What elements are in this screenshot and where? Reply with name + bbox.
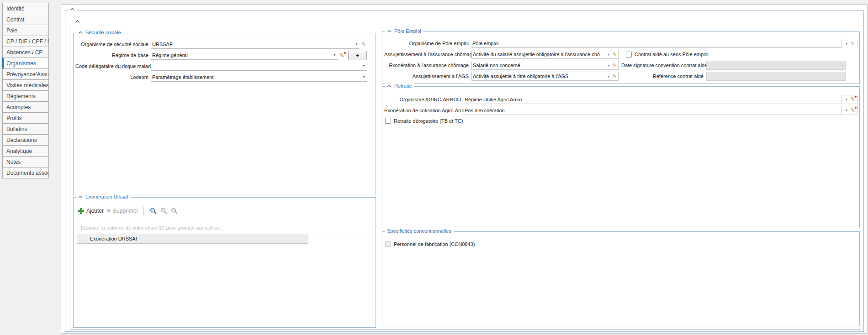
collapse-pole-emploi-icon[interactable]: [387, 30, 392, 33]
outer-group-header: [68, 7, 77, 11]
sidebar-item-notes[interactable]: Notes: [2, 156, 49, 168]
collapse-inner-icon[interactable]: [75, 20, 80, 23]
personnel-fabrication-checkbox-label: Personnel de fabrication (CCN0843): [394, 241, 475, 247]
sidebar-item-contrat[interactable]: Contrat: [2, 14, 49, 25]
exoneration-chomage-edit-icon[interactable]: ✎: [612, 63, 617, 68]
grid-header-row: Exonération URSSAF: [77, 234, 372, 244]
field-row-exoneration-agirc: Exonération de cotisation Agirc-Arrco Pa…: [384, 105, 857, 115]
contrat-aide-checkbox[interactable]: [626, 52, 632, 58]
organisme-ss-value[interactable]: URSSAF: [151, 42, 354, 47]
collapse-securite-sociale-icon[interactable]: [78, 31, 83, 34]
regime-base-add-button[interactable]: +: [348, 51, 367, 60]
organisme-ss-combo[interactable]: URSSAF ▼: [151, 40, 360, 49]
organisme-agirc-edit-icon[interactable]: ✎: [850, 96, 855, 102]
group-retraite: Retraite Organisme AGIRC-ARRCO Régime Un…: [382, 86, 860, 228]
organisme-agirc-value[interactable]: Régime Unifié Agirc Arrco: [464, 97, 841, 102]
date-signature-dropdown-icon: ▼: [839, 64, 845, 67]
field-row-code-delegataire: Code délégataire du risque maladie ▼: [75, 61, 374, 71]
sidebar-item-bulletins[interactable]: Bulletins: [2, 123, 49, 135]
organisme-ss-edit-icon[interactable]: ✎: [361, 42, 366, 47]
group-exoneration-urssaf-header: Exonération Urssaf: [76, 194, 131, 199]
lodeom-dropdown-icon[interactable]: ▼: [361, 75, 367, 79]
sidebar-item-acomptes[interactable]: Acomptes: [2, 101, 49, 113]
field-row-lodeom: Lodeom Paramétrage établissement ▼: [75, 72, 374, 82]
retraite-derogatoire-checkbox-label: Retraite dérogatoire (TB et TC): [394, 118, 463, 124]
regime-base-dropdown-icon[interactable]: ▼: [332, 53, 338, 57]
ajouter-button[interactable]: Ajouter: [78, 208, 104, 215]
sidebar-item-declarations[interactable]: Déclarations: [2, 134, 49, 146]
regime-base-combo[interactable]: Régime général ▼: [151, 51, 338, 60]
assujettissement-chomage-combo[interactable]: Activité du salarié assujettie obligatoi…: [471, 50, 619, 59]
exoneration-chomage-label: Exonération à l'assurance chômage: [384, 63, 469, 68]
sidebar-item-prevoyance-assurance[interactable]: Prévoyance/Assurance: [2, 68, 49, 80]
supprimer-button[interactable]: ✕ Supprimer: [106, 208, 138, 214]
assujettissement-ags-combo[interactable]: Activité assujettie à titre obligatoire …: [471, 72, 619, 81]
date-signature-field-disabled: ▼: [706, 61, 846, 70]
field-row-assujettissement-ags: Assujettissement à l'AGS Activité assuje…: [384, 71, 857, 81]
collapse-retraite-icon[interactable]: [387, 84, 392, 88]
collapse-outer-icon[interactable]: [70, 7, 75, 11]
code-delegataire-label: Code délégataire du risque maladie: [75, 63, 148, 69]
regime-base-value[interactable]: Régime général: [151, 52, 332, 58]
grid-empty-area[interactable]: [77, 244, 372, 325]
assujettissement-chomage-value[interactable]: Activité du salarié assujettie obligatoi…: [473, 52, 605, 57]
group-pole-emploi: Pôle Emploi Organisme de Pôle-emploi Pôl…: [382, 31, 860, 84]
assujettissement-ags-value[interactable]: Activité assujettie à titre obligatoire …: [473, 73, 605, 79]
sidebar-item-cp-dif-cpf-rtt[interactable]: CP / DIF / CPF / RTT: [2, 36, 49, 47]
reference-contrat-field-disabled: [706, 72, 846, 81]
code-delegataire-dropdown-icon[interactable]: ▼: [361, 64, 367, 68]
assujettissement-ags-dropdown-icon[interactable]: ▼: [605, 75, 611, 78]
organisme-ss-dropdown-icon[interactable]: ▼: [354, 42, 360, 46]
code-delegataire-combo[interactable]: ▼: [151, 62, 367, 71]
regime-base-edit-icon[interactable]: ✎: [339, 52, 344, 58]
sidebar-item-analytique[interactable]: Analytique: [2, 145, 49, 157]
organisme-ss-label: Organisme de sécurité sociale: [75, 42, 148, 47]
assujettissement-chomage-label: Assujettissement à l'assurance chômage: [384, 52, 469, 57]
group-pole-emploi-header: Pôle Emploi: [385, 28, 423, 34]
assujettissement-chomage-edit-icon[interactable]: ✎: [612, 52, 617, 58]
sidebar-item-documents-associes[interactable]: Documents associés: [2, 167, 49, 178]
search-disabled-icon: [170, 207, 178, 215]
assujettissement-ags-edit-icon[interactable]: ✎: [612, 73, 617, 79]
date-signature-label: Date signature convention contrat aidé: [621, 63, 704, 68]
lodeom-combo[interactable]: Paramétrage établissement ▼: [151, 73, 367, 82]
exoneration-agirc-combo[interactable]: Pas d'exonération ▼ ✎: [464, 106, 857, 115]
sidebar-item-identite[interactable]: Identité: [2, 3, 49, 14]
field-row-organisme-pe: Organisme de Pôle-emploi Pôle emploi ▼ ✎: [384, 38, 857, 48]
grid-column-header-exoneration-urssaf[interactable]: Exonération URSSAF: [87, 234, 308, 244]
grid-groupby-bar[interactable]: Déposer la colonne de votre choix ICI po…: [77, 222, 372, 234]
sidebar-item-visites-medicales[interactable]: Visites médicales: [2, 79, 49, 91]
assujettissement-chomage-dropdown-icon[interactable]: ▼: [605, 53, 611, 56]
exoneration-chomage-combo[interactable]: Salarié non concerné ▼ ✎: [471, 61, 619, 70]
search-icon[interactable]: [149, 207, 157, 215]
retraite-derogatoire-checkbox-row: Retraite dérogatoire (TB et TC): [385, 118, 857, 124]
group-securite-sociale: Sécurité sociale Organisme de sécurité s…: [73, 33, 376, 195]
retraite-derogatoire-checkbox[interactable]: [385, 118, 391, 124]
contrat-aide-checkbox-label: Contrat aidé au sens Pôle emploi: [635, 52, 709, 57]
sidebar-item-profils[interactable]: Profils: [2, 112, 49, 124]
exoneration-agirc-dropdown-icon[interactable]: ▼: [843, 109, 849, 112]
sidebar-item-absences-cp[interactable]: Absences / CP: [2, 47, 49, 58]
exoneration-grid: Déposer la colonne de votre choix ICI po…: [77, 222, 372, 325]
plus-icon: [78, 208, 85, 215]
exoneration-agirc-edit-icon[interactable]: ✎: [850, 107, 855, 113]
exoneration-chomage-value[interactable]: Salarié non concerné: [473, 63, 605, 68]
exoneration-chomage-dropdown-icon[interactable]: ▼: [605, 64, 611, 67]
group-specificites-title: Spécificités conventionnelles: [387, 228, 451, 234]
exoneration-agirc-value[interactable]: Pas d'exonération: [464, 108, 841, 113]
lodeom-value[interactable]: Paramétrage établissement: [151, 74, 361, 80]
organisme-agirc-buttons: ▼ ✎: [841, 95, 857, 104]
sidebar-item-reglements[interactable]: Règlements: [2, 90, 49, 102]
organisme-pe-edit-icon[interactable]: ✎: [850, 41, 855, 47]
sidebar-item-organismes[interactable]: Organismes: [2, 58, 49, 69]
organisme-pe-buttons: ▼ ✎: [841, 39, 857, 48]
organisme-agirc-dropdown-icon[interactable]: ▼: [843, 98, 849, 101]
group-retraite-title: Retraite: [394, 83, 412, 89]
organisme-pe-dropdown-icon[interactable]: ▼: [843, 42, 849, 45]
collapse-exoneration-urssaf-icon[interactable]: [78, 195, 83, 199]
sidebar-item-paie[interactable]: Paie: [2, 25, 49, 36]
organisme-pe-value[interactable]: Pôle emploi: [471, 41, 841, 46]
organisme-pe-combo[interactable]: Pôle emploi ▼ ✎: [471, 39, 857, 48]
organisme-agirc-combo[interactable]: Régime Unifié Agirc Arrco ▼ ✎: [464, 95, 857, 104]
group-exoneration-urssaf-title: Exonération Urssaf: [85, 194, 128, 199]
